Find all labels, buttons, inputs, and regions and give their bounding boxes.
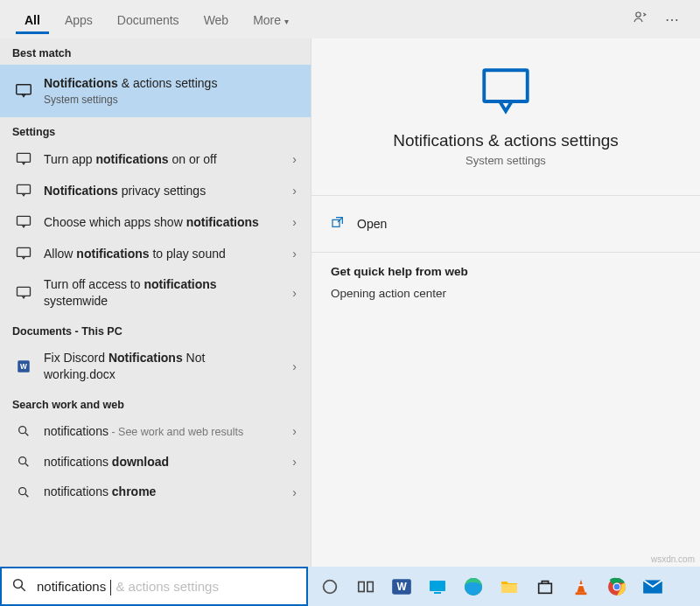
- svg-rect-31: [578, 584, 584, 586]
- taskbar-store-icon[interactable]: [530, 572, 560, 602]
- section-documents: Documents - This PC: [0, 317, 311, 343]
- chevron-right-icon[interactable]: ›: [287, 286, 302, 300]
- svg-rect-1: [17, 85, 32, 94]
- taskbar-edge-icon[interactable]: [458, 572, 488, 602]
- chevron-right-icon[interactable]: ›: [287, 247, 302, 261]
- open-button[interactable]: Open: [331, 208, 681, 240]
- section-best-match: Best match: [0, 38, 311, 65]
- tab-more[interactable]: More▾: [241, 3, 301, 36]
- search-icon: [2, 577, 37, 596]
- search-input[interactable]: [37, 568, 306, 604]
- notification-icon: [331, 63, 681, 121]
- preview-title: Notifications & actions settings: [331, 131, 681, 150]
- taskbar-explorer-icon[interactable]: [494, 572, 524, 602]
- svg-point-17: [14, 579, 23, 588]
- chevron-right-icon[interactable]: ›: [287, 359, 302, 373]
- result-settings-2[interactable]: Choose which apps show notifications ›: [0, 206, 311, 238]
- svg-rect-15: [484, 70, 528, 101]
- best-match-subtitle: System settings: [44, 93, 302, 107]
- result-label: Turn off access to notifications systemw…: [44, 276, 276, 310]
- result-label: Turn app notifications on or off: [44, 151, 276, 168]
- taskbar: notifications & actions settings W: [0, 567, 700, 606]
- svg-point-34: [614, 583, 620, 589]
- search-icon: [14, 424, 33, 438]
- tab-all[interactable]: All: [12, 3, 52, 36]
- svg-point-11: [19, 457, 26, 464]
- svg-rect-30: [576, 592, 587, 595]
- svg-line-18: [21, 587, 25, 591]
- filter-tabs: All Apps Documents Web More▾ ⋯: [0, 0, 700, 38]
- search-icon: [14, 455, 33, 469]
- tab-documents[interactable]: Documents: [105, 3, 192, 36]
- tab-apps[interactable]: Apps: [52, 3, 105, 36]
- result-web-1[interactable]: notifications download ›: [0, 447, 311, 477]
- result-web-2[interactable]: notifications chrome ›: [0, 477, 311, 507]
- svg-rect-24: [430, 581, 445, 591]
- svg-point-0: [636, 12, 640, 17]
- chevron-right-icon[interactable]: ›: [287, 424, 302, 438]
- chevron-right-icon[interactable]: ›: [287, 184, 302, 198]
- result-settings-1[interactable]: Notifications privacy settings ›: [0, 175, 311, 206]
- result-web-0[interactable]: notifications - See work and web results…: [0, 416, 311, 447]
- account-icon[interactable]: [625, 9, 656, 30]
- help-header: Get quick help from web: [331, 265, 681, 278]
- svg-line-10: [25, 433, 28, 435]
- notification-icon: [14, 150, 33, 168]
- taskbar-vlc-icon[interactable]: [566, 572, 596, 602]
- result-label: Fix Discord Notifications Not working.do…: [44, 350, 276, 383]
- help-link[interactable]: Opening action center: [331, 287, 681, 300]
- result-label: Choose which apps show notifications: [44, 214, 276, 231]
- svg-rect-2: [18, 153, 31, 162]
- svg-rect-3: [18, 185, 31, 193]
- open-label: Open: [357, 217, 387, 231]
- watermark: wsxdn.com: [651, 554, 695, 564]
- best-match-title: Notifications & actions settings: [44, 75, 302, 92]
- svg-text:W: W: [396, 581, 407, 593]
- chevron-right-icon[interactable]: ›: [287, 455, 302, 469]
- notification-icon: [14, 182, 33, 199]
- divider: [312, 195, 700, 196]
- result-label: notifications download: [44, 454, 276, 470]
- taskbar-cortana-icon[interactable]: [315, 572, 345, 602]
- svg-rect-29: [539, 583, 552, 593]
- result-settings-0[interactable]: Turn app notifications on or off ›: [0, 143, 311, 175]
- svg-rect-4: [18, 216, 31, 225]
- chevron-right-icon[interactable]: ›: [287, 485, 302, 499]
- taskbar-taskview-icon[interactable]: [351, 572, 381, 602]
- result-best-match[interactable]: Notifications & actions settings System …: [0, 65, 311, 117]
- taskbar-chrome-icon[interactable]: [602, 572, 632, 602]
- svg-point-9: [19, 427, 26, 434]
- word-doc-icon: W: [14, 359, 33, 374]
- result-document-0[interactable]: W Fix Discord Notifications Not working.…: [0, 343, 311, 390]
- taskbar-app-icon[interactable]: [423, 572, 452, 602]
- section-settings: Settings: [0, 117, 311, 143]
- svg-rect-28: [501, 584, 517, 593]
- section-web: Search work and web: [0, 390, 311, 416]
- chevron-down-icon: ▾: [284, 17, 289, 26]
- chevron-right-icon[interactable]: ›: [287, 215, 302, 229]
- divider: [312, 252, 700, 253]
- result-settings-3[interactable]: Allow notifications to play sound ›: [0, 238, 311, 269]
- svg-rect-21: [368, 582, 373, 591]
- result-label: Notifications privacy settings: [44, 183, 276, 199]
- results-panel: Best match Notifications & actions setti…: [0, 38, 311, 567]
- svg-rect-6: [18, 287, 31, 296]
- taskbar-word-icon[interactable]: W: [387, 572, 416, 602]
- search-icon: [14, 485, 33, 499]
- result-settings-4[interactable]: Turn off access to notifications systemw…: [0, 269, 311, 317]
- notification-icon: [14, 284, 33, 302]
- result-label: notifications chrome: [44, 484, 276, 500]
- result-label: notifications - See work and web results: [44, 423, 276, 440]
- svg-rect-5: [18, 247, 31, 256]
- taskbar-mail-icon[interactable]: [638, 572, 668, 602]
- svg-rect-20: [359, 582, 364, 591]
- search-box[interactable]: [0, 567, 308, 606]
- preview-subtitle: System settings: [331, 154, 681, 167]
- tab-web[interactable]: Web: [192, 3, 242, 36]
- notification-icon: [14, 213, 33, 231]
- more-icon[interactable]: ⋯: [656, 11, 688, 28]
- preview-panel: Notifications & actions settings System …: [311, 38, 700, 567]
- chevron-right-icon[interactable]: ›: [287, 152, 302, 166]
- svg-point-13: [19, 488, 26, 495]
- svg-rect-25: [434, 592, 441, 594]
